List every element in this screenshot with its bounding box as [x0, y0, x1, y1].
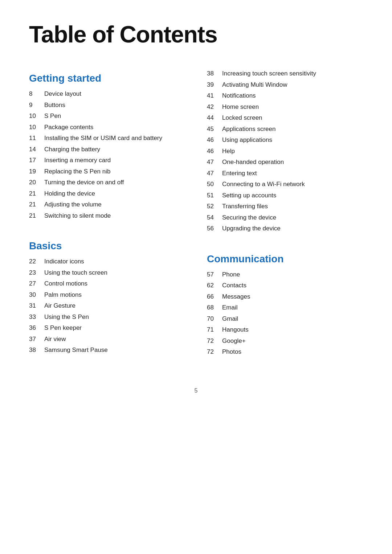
toc-item-text: Contacts — [222, 281, 246, 290]
toc-item-text: Transferring files — [222, 202, 268, 211]
toc-item-text: Air Gesture — [44, 301, 75, 311]
toc-item-text: Samsung Smart Pause — [44, 345, 108, 355]
toc-list-basics: 22Indicator icons23Using the touch scree… — [29, 257, 185, 355]
toc-item: 14Charging the battery — [29, 145, 185, 154]
toc-item-text: Buttons — [44, 100, 65, 110]
toc-page-number: 21 — [29, 200, 44, 209]
toc-item-text: Using the S Pen — [44, 312, 89, 322]
toc-page-number: 30 — [29, 290, 44, 300]
toc-item-text: Applications screen — [222, 124, 275, 134]
toc-item-text: Air view — [44, 335, 66, 344]
toc-item: 21Adjusting the volume — [29, 200, 185, 209]
toc-page-number: 52 — [207, 202, 222, 211]
toc-page-number: 46 — [207, 147, 222, 156]
toc-item-text: Photos — [222, 347, 241, 357]
toc-item-text: Help — [222, 147, 235, 156]
toc-item-text: Email — [222, 303, 238, 312]
toc-item: 51Setting up accounts — [207, 191, 363, 200]
toc-page-number: 66 — [207, 292, 222, 301]
toc-page-number: 57 — [207, 270, 222, 279]
toc-item: 50Connecting to a Wi-Fi network — [207, 180, 363, 189]
toc-page-number: 70 — [207, 314, 222, 324]
toc-item-text: Replacing the S Pen nib — [44, 167, 110, 176]
toc-page-number: 50 — [207, 180, 222, 189]
toc-page-number: 9 — [29, 100, 44, 110]
toc-item: 72Photos — [207, 347, 363, 357]
toc-item-text: Inserting a memory card — [44, 156, 111, 165]
page-footer: 5 — [29, 387, 363, 394]
toc-page-number: 42 — [207, 102, 222, 112]
section-right-continued: 38Increasing touch screen sensitivity39A… — [207, 69, 363, 235]
toc-page-number: 46 — [207, 135, 222, 145]
toc-item: 52Transferring files — [207, 202, 363, 211]
toc-item-text: Switching to silent mode — [44, 211, 111, 221]
toc-item: 47One-handed operation — [207, 157, 363, 167]
toc-page-number: 10 — [29, 111, 44, 121]
toc-item-text: Messages — [222, 292, 250, 301]
toc-item: 21Switching to silent mode — [29, 211, 185, 221]
toc-item: 9Buttons — [29, 100, 185, 110]
toc-page-number: 54 — [207, 213, 222, 222]
toc-item-text: Phone — [222, 270, 240, 279]
left-column: Getting started8Device layout9Buttons10S… — [29, 69, 185, 373]
toc-item: 11Installing the SIM or USIM card and ba… — [29, 134, 185, 143]
toc-page-number: 68 — [207, 303, 222, 312]
page-number: 5 — [195, 387, 198, 394]
toc-item-text: Holding the device — [44, 189, 95, 198]
toc-page-number: 20 — [29, 178, 44, 187]
toc-item-text: Upgrading the device — [222, 224, 281, 233]
toc-item-text: Increasing touch screen sensitivity — [222, 69, 316, 78]
toc-item: 31Air Gesture — [29, 301, 185, 311]
toc-page-number: 37 — [29, 335, 44, 344]
toc-page-number: 27 — [29, 279, 44, 288]
toc-item-text: Control motions — [44, 279, 87, 288]
toc-item-text: Google+ — [222, 336, 246, 346]
right-column: 38Increasing touch screen sensitivity39A… — [207, 69, 363, 373]
toc-item-text: Device layout — [44, 89, 81, 99]
toc-item: 62Contacts — [207, 281, 363, 290]
toc-item-text: S Pen — [44, 111, 61, 121]
toc-list-communication: 57Phone62Contacts66Messages68Email70Gmai… — [207, 270, 363, 357]
toc-item-text: Gmail — [222, 314, 238, 324]
toc-item: 27Control motions — [29, 279, 185, 288]
toc-item: 20Turning the device on and off — [29, 178, 185, 187]
toc-item: 71Hangouts — [207, 325, 363, 335]
toc-page-number: 21 — [29, 211, 44, 221]
section-communication: Communication57Phone62Contacts66Messages… — [207, 250, 363, 358]
toc-list-right-continued: 38Increasing touch screen sensitivity39A… — [207, 69, 363, 233]
toc-item: 19Replacing the S Pen nib — [29, 167, 185, 176]
toc-page-number: 38 — [207, 69, 222, 78]
toc-item-text: One-handed operation — [222, 157, 284, 167]
toc-item: 68Email — [207, 303, 363, 312]
toc-item-text: Entering text — [222, 169, 257, 178]
toc-page-number: 45 — [207, 124, 222, 134]
toc-item-text: Indicator icons — [44, 257, 84, 266]
toc-page-number: 19 — [29, 167, 44, 176]
section-title-basics: Basics — [29, 240, 185, 252]
toc-item-text: S Pen keeper — [44, 323, 82, 333]
toc-item: 37Air view — [29, 335, 185, 344]
toc-item: 45Applications screen — [207, 124, 363, 134]
toc-page-number: 47 — [207, 157, 222, 167]
toc-page-number: 72 — [207, 347, 222, 357]
section-title-communication: Communication — [207, 253, 363, 265]
toc-item: 17Inserting a memory card — [29, 156, 185, 165]
toc-item-text: Charging the battery — [44, 145, 100, 154]
toc-page-number: 51 — [207, 191, 222, 200]
toc-page-number: 47 — [207, 169, 222, 178]
content-wrapper: Getting started8Device layout9Buttons10S… — [29, 69, 363, 373]
toc-item: 72Google+ — [207, 336, 363, 346]
section-basics: Basics22Indicator icons23Using the touch… — [29, 237, 185, 357]
toc-item: 57Phone — [207, 270, 363, 279]
toc-page-number: 14 — [29, 145, 44, 154]
toc-item: 33Using the S Pen — [29, 312, 185, 322]
toc-item: 42Home screen — [207, 102, 363, 112]
toc-item-text: Turning the device on and off — [44, 178, 124, 187]
toc-page-number: 72 — [207, 336, 222, 346]
section-getting-started: Getting started8Device layout9Buttons10S… — [29, 69, 185, 222]
toc-page-number: 62 — [207, 281, 222, 290]
toc-item-text: Package contents — [44, 123, 93, 132]
toc-page-number: 44 — [207, 113, 222, 123]
toc-item-text: Notifications — [222, 91, 256, 100]
toc-item-text: Securing the device — [222, 213, 276, 222]
